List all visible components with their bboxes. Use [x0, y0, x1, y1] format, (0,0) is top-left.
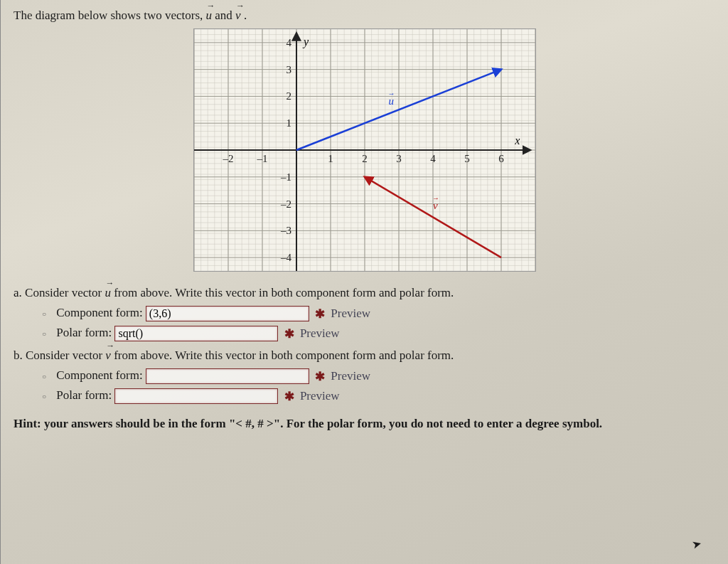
svg-text:→: →: [387, 90, 395, 97]
preview-button[interactable]: Preview: [300, 389, 340, 403]
intro-text-2: .: [244, 9, 247, 22]
error-icon: ✱: [284, 327, 294, 341]
problem-intro: The diagram below shows two vectors, →u …: [14, 9, 715, 23]
svg-text:y: y: [302, 36, 309, 48]
qb-polar-input[interactable]: [114, 388, 278, 404]
polar-label: Polar form:: [56, 388, 114, 402]
svg-text:2: 2: [286, 90, 291, 102]
bullet-icon: ○: [42, 330, 49, 338]
axes: xy: [194, 33, 530, 271]
svg-text:→: →: [432, 194, 439, 202]
bullet-icon: ○: [42, 310, 49, 318]
svg-text:1: 1: [328, 153, 333, 164]
svg-text:1: 1: [286, 117, 291, 129]
bullet-icon: ○: [42, 373, 49, 381]
vector-u-symbol: →u: [206, 9, 213, 22]
svg-text:x: x: [514, 134, 520, 147]
svg-text:3: 3: [396, 153, 402, 164]
svg-text:–4: –4: [280, 252, 292, 263]
qa-component-row: ○ Component form: ✱ Preview: [42, 306, 715, 321]
svg-text:5: 5: [464, 153, 470, 164]
vector-v-symbol: →v: [235, 9, 241, 22]
svg-text:3: 3: [286, 64, 291, 75]
svg-text:4: 4: [430, 153, 436, 164]
intro-text-1: The diagram below shows two vectors,: [14, 9, 206, 22]
vector-graph: xy –2–1123456–4–3–2–11234 u→v→: [193, 28, 536, 272]
hint-text: Hint: your answers should be in the form…: [14, 417, 715, 431]
svg-text:4: 4: [286, 37, 291, 48]
vector-graph-container: xy –2–1123456–4–3–2–11234 u→v→: [14, 28, 715, 272]
error-icon: ✱: [315, 307, 325, 321]
polar-label: Polar form:: [56, 326, 114, 339]
qa-polar-row: ○ Polar form: ✱ Preview: [42, 326, 715, 341]
qb-polar-row: ○ Polar form: ✱ Preview: [42, 388, 715, 404]
svg-text:2: 2: [362, 153, 368, 164]
error-icon: ✱: [315, 370, 325, 383]
qa-polar-input[interactable]: [114, 326, 278, 341]
preview-button[interactable]: Preview: [331, 307, 370, 320]
question-a: a. Consider vector →u from above. Write …: [14, 286, 715, 300]
component-label: Component form:: [56, 306, 146, 319]
question-b: b. Consider vector →v from above. Write …: [14, 348, 715, 363]
svg-text:–2: –2: [222, 153, 233, 164]
qb-component-row: ○ Component form: ✱ Preview: [42, 368, 715, 384]
svg-text:6: 6: [498, 153, 504, 164]
preview-button[interactable]: Preview: [300, 326, 340, 340]
intro-text-and: and: [215, 9, 235, 22]
preview-button[interactable]: Preview: [331, 369, 370, 383]
component-label: Component form:: [56, 368, 146, 382]
error-icon: ✱: [284, 390, 294, 403]
qa-component-input[interactable]: [146, 306, 309, 321]
vector-v-symbol-qb: →v: [105, 348, 111, 362]
svg-text:–3: –3: [280, 225, 291, 236]
qb-component-input[interactable]: [146, 368, 309, 384]
svg-text:–1: –1: [256, 153, 267, 164]
bullet-icon: ○: [42, 393, 49, 400]
vector-u-symbol-qa: →u: [105, 286, 111, 299]
svg-text:–2: –2: [280, 198, 291, 210]
svg-text:–1: –1: [280, 171, 291, 183]
